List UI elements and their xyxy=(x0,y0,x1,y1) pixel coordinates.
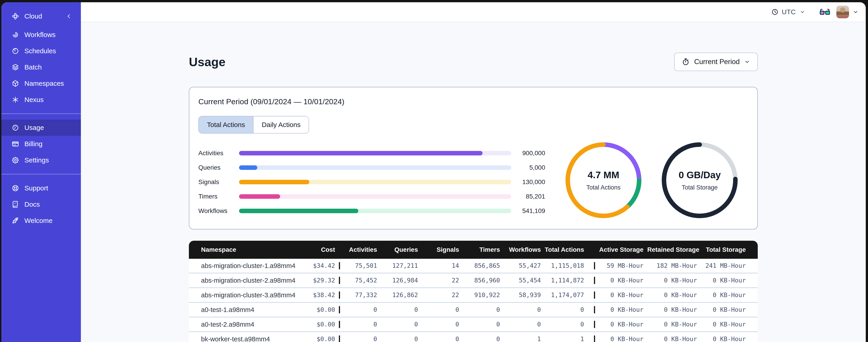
table-cell: 0 KB-Hour xyxy=(647,336,701,342)
cell-value: $0.00 xyxy=(317,321,335,328)
table-cell: $29.32 xyxy=(302,277,340,284)
sidebar-item-welcome[interactable]: Welcome xyxy=(1,212,81,229)
table-cell: 0 xyxy=(381,336,422,342)
cell-value: $0.00 xyxy=(317,336,335,342)
bar-value: 5,000 xyxy=(511,164,545,171)
table-cell: 0 xyxy=(504,321,545,328)
cell-value: 58,939 xyxy=(519,292,541,299)
cell-value: 1 xyxy=(580,336,584,342)
glasses-icon[interactable] xyxy=(819,6,831,18)
sidebar-collapse-icon[interactable] xyxy=(65,13,72,20)
sidebar-item-label: Schedules xyxy=(24,47,56,55)
sidebar-divider xyxy=(1,174,81,174)
sidebar-item-namespaces[interactable]: Namespaces xyxy=(1,75,81,92)
cell-value: 856,865 xyxy=(474,262,500,269)
bar-label: Queries xyxy=(198,164,239,171)
bar-label: Timers xyxy=(198,193,239,200)
table-row-bk-worker-test-a98mm4: bk-worker-test.a98mm4$0.000000110 KB-Hou… xyxy=(189,332,758,342)
table-cell: 1,114,872 xyxy=(545,277,595,284)
namespace-link[interactable]: abs-migration-cluster-3.a98mm4 xyxy=(201,292,295,299)
bar-fill xyxy=(239,151,483,156)
sidebar-item-billing[interactable]: Billing xyxy=(1,136,81,152)
table-cell: 22 xyxy=(422,292,463,299)
cell-value: 0 xyxy=(414,321,418,328)
table-cell: 77,332 xyxy=(340,292,381,299)
sidebar-item-label: Support xyxy=(24,184,48,192)
cell-value: 0 xyxy=(580,306,584,313)
user-avatar[interactable] xyxy=(836,6,849,18)
namespace-link[interactable]: bk-worker-test.a98mm4 xyxy=(201,336,270,342)
cell-value: 55,454 xyxy=(519,277,541,284)
sidebar-item-schedules[interactable]: Schedules xyxy=(1,43,81,59)
table-cell: 0 xyxy=(381,321,422,328)
period-selector-button[interactable]: Current Period xyxy=(674,53,758,71)
page-header: Usage Current Period xyxy=(189,53,758,71)
table-cell: 0 KB-Hour xyxy=(647,306,701,313)
table-cell: 910,922 xyxy=(463,292,504,299)
cell-value: 55,427 xyxy=(519,262,541,269)
sidebar-item-usage[interactable]: Usage xyxy=(1,119,81,136)
tab-total-actions[interactable]: Total Actions xyxy=(199,116,253,133)
cell-value: 0 xyxy=(373,306,377,313)
chevron-down-icon xyxy=(744,59,750,65)
sidebar-item-settings[interactable]: Settings xyxy=(1,152,81,168)
sidebar-item-workflows[interactable]: Workflows xyxy=(1,27,81,43)
table-cell: 856,865 xyxy=(463,262,504,269)
namespace-link[interactable]: a0-test-2.a98mm4 xyxy=(201,321,254,328)
support-icon xyxy=(11,184,20,192)
schedules-icon xyxy=(11,47,20,55)
cell-value: 0 xyxy=(456,306,459,313)
table-row-abs-migration-cluster-1-a98mm4: abs-migration-cluster-1.a98mm4$34.4275,5… xyxy=(189,259,758,273)
cell-value: $38.42 xyxy=(313,292,335,299)
table-cell: 0 KB-Hour xyxy=(595,321,647,328)
tab-daily-actions[interactable]: Daily Actions xyxy=(253,116,309,133)
table-cell: 0 xyxy=(545,306,595,313)
table-cell: 0 xyxy=(422,321,463,328)
bar-fill xyxy=(239,165,257,170)
sidebar-item-label: Docs xyxy=(24,201,40,208)
table-cell: 59 MB-Hour xyxy=(595,262,647,269)
cell-value: 0 xyxy=(496,321,500,328)
sidebar-header-cloud[interactable]: Cloud xyxy=(1,8,81,24)
timezone-selector[interactable]: UTC xyxy=(771,8,806,16)
cell-value: 0 xyxy=(580,321,584,328)
sidebar-item-label: Usage xyxy=(24,124,44,132)
actions-tabs: Total ActionsDaily Actions xyxy=(198,116,309,134)
table-cell: 182 MB-Hour xyxy=(647,262,701,269)
column-header-total-storage: Total Storage xyxy=(701,246,758,253)
donut-center: 4.7 MMTotal Actions xyxy=(563,140,644,220)
sidebar-item-label: Billing xyxy=(24,140,42,148)
bar-track xyxy=(239,209,511,213)
sidebar-item-nexus[interactable]: Nexus xyxy=(1,92,81,108)
namespace-link[interactable]: abs-migration-cluster-2.a98mm4 xyxy=(201,277,295,284)
table-cell: 0 KB-Hour xyxy=(701,321,758,328)
table-cell: 0 xyxy=(504,306,545,313)
bar-row-activities: Activities900,000 xyxy=(198,146,545,161)
table-cell: a0-test-1.a98mm4 xyxy=(189,306,302,314)
table-cell: 14 xyxy=(422,262,463,269)
sidebar: Cloud WorkflowsSchedulesBatchNamespacesN… xyxy=(1,2,81,342)
user-menu-chevron-icon[interactable] xyxy=(852,8,859,15)
namespace-link[interactable]: a0-test-1.a98mm4 xyxy=(201,306,254,313)
namespace-usage-table: NamespaceCostActivitiesQueriesSignalsTim… xyxy=(189,241,758,342)
screen: Cloud WorkflowsSchedulesBatchNamespacesN… xyxy=(0,0,868,342)
app-window: Cloud WorkflowsSchedulesBatchNamespacesN… xyxy=(1,2,866,342)
cell-value: 0 xyxy=(373,321,377,328)
cell-value: 22 xyxy=(452,277,459,284)
clock-icon xyxy=(771,8,779,16)
cell-value: 127,211 xyxy=(392,262,418,269)
cell-value: 182 MB-Hour xyxy=(656,262,697,269)
namespace-link[interactable]: abs-migration-cluster-1.a98mm4 xyxy=(201,262,295,269)
sidebar-item-label: Batch xyxy=(24,63,42,71)
column-header-active-storage: Active Storage xyxy=(595,246,647,253)
sidebar-item-batch[interactable]: Batch xyxy=(1,59,81,75)
table-cell: 0 xyxy=(340,321,381,328)
sidebar-item-docs[interactable]: Docs xyxy=(1,196,81,212)
table-cell: 0 xyxy=(340,306,381,313)
bar-row-timers: Timers85,201 xyxy=(198,189,545,204)
table-cell: $0.00 xyxy=(302,321,340,328)
sidebar-item-support[interactable]: Support xyxy=(1,180,81,196)
table-cell: 55,427 xyxy=(504,262,545,269)
cell-value: 22 xyxy=(452,292,459,299)
docs-icon xyxy=(11,200,20,208)
